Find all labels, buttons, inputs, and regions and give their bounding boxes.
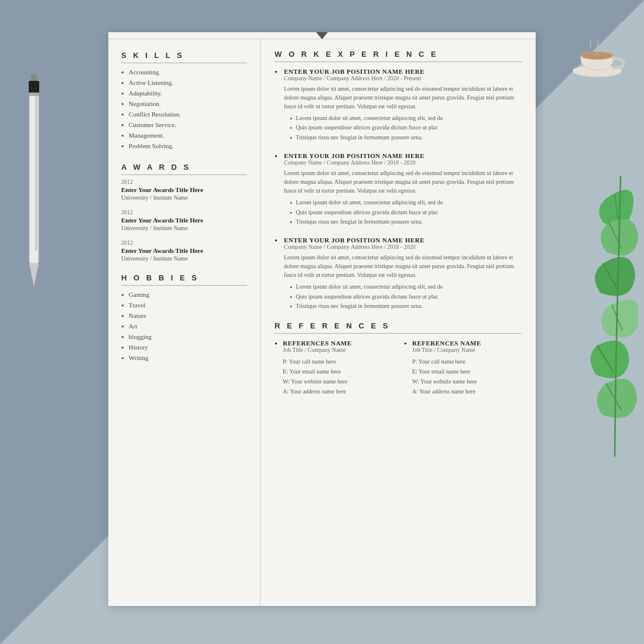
job-bullet: Tristique risus nec feugiat in fermentum… xyxy=(290,302,522,311)
hobby-item: blogging xyxy=(121,331,247,342)
hobbies-list: GamingTravelNatureArtbloggingHistoryWrit… xyxy=(121,289,247,363)
award-org: Univeresity / Institute Name xyxy=(121,194,247,201)
ref-contact: P: Your call name here E: Your email nam… xyxy=(412,357,522,396)
award-org: Univeresity / Institute Name xyxy=(121,225,247,231)
award-org: Univeresity / Institute Name xyxy=(121,255,247,262)
skills-section: S K I L L S Accounting.Active Listening.… xyxy=(121,51,247,151)
hobbies-title: H O B B I E S xyxy=(121,273,247,286)
award-year: 2012 xyxy=(121,239,247,246)
hobby-item: Art xyxy=(121,321,247,331)
job-bullet: Lorem ipsum dolor sit amet, consectetur … xyxy=(290,198,522,208)
resume-top-bar xyxy=(108,32,536,39)
svg-rect-1 xyxy=(35,87,37,251)
ref-contact: P: Your call name here E: Your email nam… xyxy=(283,357,392,396)
hobby-item: History xyxy=(121,342,247,352)
reference-item: REFERENCES NAME Job Title / Company Name… xyxy=(404,340,522,396)
svg-rect-3 xyxy=(29,81,39,94)
award-year: 2012 xyxy=(121,179,247,185)
svg-marker-2 xyxy=(29,263,39,287)
award-item: 2012 Enter Your Awards Title Here Univer… xyxy=(121,209,247,231)
awards-section: A W A R D S 2012 Enter Your Awards Title… xyxy=(121,163,247,262)
job-bullets: Lorem ipsum dolor sit amet, consectetur … xyxy=(290,198,522,227)
job-bullets: Lorem ipsum dolor sit amet, consectetur … xyxy=(290,114,522,143)
job-meta: Company Name / Company Address Here / 20… xyxy=(284,244,522,250)
job-desc: Lorem ipsum dolor sit amet, consectetur … xyxy=(284,169,522,195)
coffee-decoration xyxy=(568,23,632,88)
pen-decoration xyxy=(18,70,53,304)
svg-rect-5 xyxy=(29,93,39,96)
job-entry: ENTER YOUR JOB POSITION NAME HERE Compan… xyxy=(275,68,522,143)
award-item: 2012 Enter Your Awards Title Here Univer… xyxy=(121,239,247,262)
job-meta: Company Name / Company Address Here / 20… xyxy=(284,75,522,81)
awards-title: A W A R D S xyxy=(121,163,247,175)
leaves-decoration xyxy=(556,176,644,468)
hobby-item: Nature xyxy=(121,310,247,321)
references-section: R E F E R E N C E S REFERENCES NAME Job … xyxy=(275,321,522,396)
job-meta: Company Name / Company Address Here / 20… xyxy=(284,159,522,166)
svg-point-4 xyxy=(30,74,37,81)
jobs-list: ENTER YOUR JOB POSITION NAME HERE Compan… xyxy=(275,68,522,312)
skill-item: Problem Solving. xyxy=(121,141,247,151)
references-title: R E F E R E N C E S xyxy=(275,321,522,334)
ref-name: REFERENCES NAME xyxy=(412,340,522,347)
job-desc: Lorem ipsum dolor sit amet, consectetur … xyxy=(284,84,522,111)
job-entry: ENTER YOUR JOB POSITION NAME HERE Compan… xyxy=(275,237,522,311)
award-title: Enter Your Awards Title Here xyxy=(121,217,247,224)
job-bullet: Quis ipsum suspendisse ultrices gravida … xyxy=(290,124,522,133)
job-bullet: Lorem ipsum dolor sit amet, consectetur … xyxy=(290,114,522,124)
hobby-item: Travel xyxy=(121,300,247,310)
right-column: W O R K E X P E R I E N C E ENTER YOUR J… xyxy=(261,39,536,606)
job-title: ENTER YOUR JOB POSITION NAME HERE xyxy=(284,152,522,159)
ref-name: REFERENCES NAME xyxy=(283,340,392,347)
ref-title: Job Title / Company Name xyxy=(412,347,522,353)
skills-list: Accounting.Active Listening.Adaptability… xyxy=(121,67,247,151)
skill-item: Adaptability. xyxy=(121,88,247,98)
skill-item: Negotiation. xyxy=(121,98,247,109)
resume-body: S K I L L S Accounting.Active Listening.… xyxy=(108,39,536,606)
job-bullet: Tristique risus nec feugiat in fermentum… xyxy=(290,133,522,143)
job-desc: Lorem ipsum dolor sit amet, consectetur … xyxy=(284,253,522,279)
skills-title: S K I L L S xyxy=(121,51,247,63)
award-title: Enter Your Awards Title Here xyxy=(121,247,247,254)
skill-item: Customer Service. xyxy=(121,119,247,130)
job-bullet: Quis ipsum suspendisse ultrices gravida … xyxy=(290,293,522,302)
hobby-item: Gaming xyxy=(121,289,247,300)
award-title: Enter Your Awards Title Here xyxy=(121,186,247,193)
skill-item: Active Listening. xyxy=(121,77,247,88)
job-bullet: Quis ipsum suspendisse ultrices gravida … xyxy=(290,208,522,218)
reference-item: REFERENCES NAME Job Title / Company Name… xyxy=(275,340,392,396)
awards-list: 2012 Enter Your Awards Title Here Univer… xyxy=(121,179,247,262)
hobbies-section: H O B B I E S GamingTravelNatureArtblogg… xyxy=(121,273,247,363)
ref-title: Job Title / Company Name xyxy=(283,347,392,353)
award-item: 2012 Enter Your Awards Title Here Univer… xyxy=(121,179,247,201)
skill-item: Accounting. xyxy=(121,67,247,77)
hobby-item: Writing xyxy=(121,352,247,363)
left-column: S K I L L S Accounting.Active Listening.… xyxy=(108,39,261,606)
job-bullet: Tristique risus nec feugiat in fermentum… xyxy=(290,218,522,227)
award-year: 2012 xyxy=(121,209,247,215)
job-bullet: Lorem ipsum dolor sit amet, consectetur … xyxy=(290,283,522,292)
skill-item: Conflict Resolution. xyxy=(121,109,247,119)
work-experience-section: W O R K E X P E R I E N C E ENTER YOUR J… xyxy=(275,50,522,312)
skill-item: Management. xyxy=(121,130,247,141)
job-entry: ENTER YOUR JOB POSITION NAME HERE Compan… xyxy=(275,152,522,227)
work-title: W O R K E X P E R I E N C E xyxy=(275,50,522,62)
references-grid: REFERENCES NAME Job Title / Company Name… xyxy=(275,340,522,396)
job-title: ENTER YOUR JOB POSITION NAME HERE xyxy=(284,237,522,244)
job-bullets: Lorem ipsum dolor sit amet, consectetur … xyxy=(290,283,522,311)
resume-paper: S K I L L S Accounting.Active Listening.… xyxy=(108,32,536,606)
job-title: ENTER YOUR JOB POSITION NAME HERE xyxy=(284,68,522,75)
